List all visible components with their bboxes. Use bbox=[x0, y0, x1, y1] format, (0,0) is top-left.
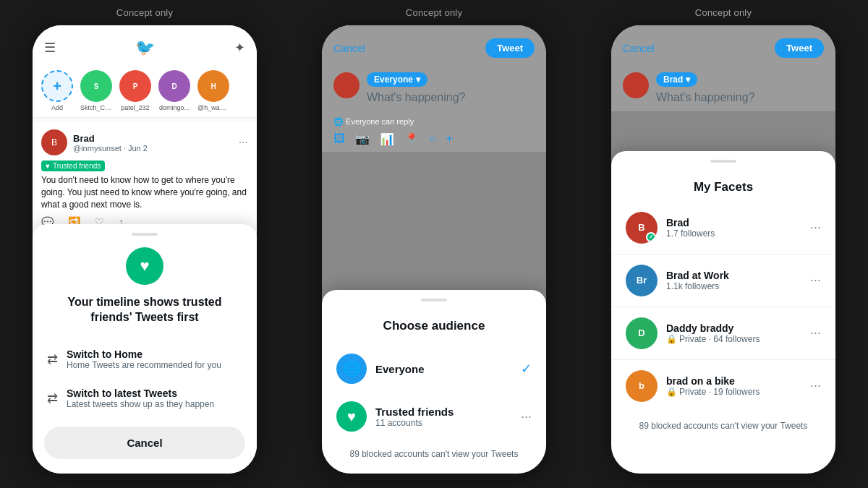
tweet-button[interactable]: Tweet bbox=[485, 38, 535, 58]
heart-circle-icon: ♥ bbox=[336, 401, 367, 432]
everyone-info: Everyone bbox=[375, 363, 512, 375]
switch-home-info: Switch to Home Home Tweets are recommend… bbox=[67, 348, 221, 370]
facet-avatar-daddy: D bbox=[626, 317, 658, 349]
sparkle-icon[interactable]: ✦ bbox=[234, 40, 245, 56]
phone1-background: ☰ 🐦 ✦ + Add S Sktch_Co... P bbox=[33, 25, 257, 474]
cancel-label[interactable]: Cancel bbox=[333, 43, 365, 54]
badge-label: Trusted friends bbox=[53, 162, 101, 170]
sheet-title: Your timeline shows trusted friends' Twe… bbox=[33, 295, 257, 325]
heart-icon: ♥ bbox=[46, 162, 50, 170]
facet-brad-bike[interactable]: b brad on a bike 🔒 Private · 19 follower… bbox=[611, 363, 835, 409]
facet-name-work: Brad at Work bbox=[666, 270, 801, 281]
compose-placeholder[interactable]: What's happening? bbox=[367, 91, 535, 104]
story-avatar-3[interactable]: D bbox=[158, 70, 190, 102]
trusted-friends-info: Trusted friends 11 accounts bbox=[375, 406, 512, 428]
concept-label-2: Concept only bbox=[406, 7, 462, 18]
facet-more-icon-daddy[interactable]: ··· bbox=[810, 325, 821, 341]
story-label-4: @h_wang... bbox=[197, 104, 229, 111]
facet-info-work: Brad at Work 1.1k followers bbox=[666, 270, 801, 291]
tweet-meta: Brad @inmysunset · Jun 2 bbox=[73, 133, 233, 153]
cancel-button[interactable]: Cancel bbox=[44, 427, 245, 459]
twitter-logo: 🐦 bbox=[135, 38, 155, 57]
facet-followers-brad: 1.7 followers bbox=[666, 228, 801, 239]
menu-icon[interactable]: ☰ bbox=[44, 40, 56, 56]
compose-body: Everyone ▾ What's happening? bbox=[322, 65, 546, 111]
trusted-friends-badge: ♥ Trusted friends bbox=[41, 160, 105, 171]
audience-pill[interactable]: Everyone ▾ bbox=[367, 72, 427, 87]
phone2-background: Cancel Tweet Everyone ▾ What's happening… bbox=[322, 25, 546, 474]
choose-audience-title: Choose audience bbox=[322, 313, 546, 345]
gif-icon[interactable]: 📷 bbox=[355, 132, 370, 146]
trusted-friends-label: Trusted friends bbox=[375, 406, 512, 418]
phone1-header: ☰ 🐦 ✦ bbox=[33, 25, 257, 64]
story-avatar-1[interactable]: S bbox=[80, 70, 112, 102]
story-avatar-2[interactable]: P bbox=[119, 70, 151, 102]
story-avatar-4[interactable]: H bbox=[197, 70, 229, 102]
my-facets-sheet: My Facets B ✓ Brad 1.7 followers ··· bbox=[611, 151, 835, 474]
facet-name-daddy: Daddy braddy bbox=[666, 322, 801, 334]
story-add[interactable]: + Add bbox=[41, 70, 73, 111]
everyone-option[interactable]: 🌐 Everyone ✓ bbox=[322, 345, 546, 393]
audience-label: Everyone bbox=[374, 74, 413, 85]
more-icon[interactable]: ··· bbox=[521, 409, 532, 424]
check-icon: ✓ bbox=[521, 361, 532, 377]
tweet-header: B Brad @inmysunset · Jun 2 ··· bbox=[41, 129, 248, 155]
tweet-more-icon[interactable]: ··· bbox=[239, 136, 248, 149]
add-label: Add bbox=[51, 104, 63, 111]
lock-icon-bike: 🔒 bbox=[666, 387, 677, 397]
tweet-avatar: B bbox=[41, 129, 67, 155]
story-2[interactable]: P patel_232 bbox=[119, 70, 151, 111]
switch-latest-title: Switch to latest Tweets bbox=[67, 388, 214, 399]
tweet-card: B Brad @inmysunset · Jun 2 ··· ♥ Trusted… bbox=[33, 122, 257, 236]
concept-label-1: Concept only bbox=[116, 7, 173, 18]
my-facets-title: My Facets bbox=[611, 174, 835, 205]
audience-pill-3[interactable]: Brad ▾ bbox=[656, 72, 697, 87]
lock-icon-daddy: 🔒 bbox=[666, 334, 677, 344]
story-label-2: patel_232 bbox=[121, 104, 150, 111]
facet-avatar-brad: B ✓ bbox=[626, 212, 658, 244]
audience-label-3: Brad bbox=[663, 74, 683, 85]
phone-1: ☰ 🐦 ✦ + Add S Sktch_Co... P bbox=[33, 25, 257, 474]
timeline-bottom-sheet: ♥ Your timeline shows trusted friends' T… bbox=[33, 224, 257, 474]
circle-icon: ○ bbox=[429, 132, 436, 146]
image-icon[interactable]: 🖼 bbox=[333, 132, 345, 146]
facet-avatar-work: Br bbox=[626, 265, 658, 296]
compose-header-3: Cancel Tweet bbox=[611, 25, 835, 65]
switch-home-title: Switch to Home bbox=[67, 348, 221, 360]
sheet-heart-icon: ♥ bbox=[126, 247, 163, 285]
compose-placeholder-3[interactable]: What's happening? bbox=[656, 91, 824, 104]
facet-more-icon-brad[interactable]: ··· bbox=[810, 220, 821, 235]
story-1[interactable]: S Sktch_Co... bbox=[80, 70, 112, 111]
story-4[interactable]: H @h_wang... bbox=[197, 70, 229, 111]
location-icon[interactable]: 📍 bbox=[404, 132, 419, 146]
divider-2 bbox=[611, 307, 835, 307]
add-avatar[interactable]: + bbox=[41, 70, 73, 102]
switch-home-option[interactable]: ⇄ Switch to Home Home Tweets are recomme… bbox=[33, 340, 257, 379]
add-icon[interactable]: + bbox=[446, 132, 453, 146]
trusted-friends-option[interactable]: ♥ Trusted friends 11 accounts ··· bbox=[322, 393, 546, 440]
facet-more-icon-bike[interactable]: ··· bbox=[810, 378, 821, 393]
sheet-handle-3 bbox=[710, 160, 736, 163]
switch-latest-option[interactable]: ⇄ Switch to latest Tweets Latest tweets … bbox=[33, 379, 257, 418]
trusted-friends-sub: 11 accounts bbox=[375, 418, 512, 428]
cancel-label-3[interactable]: Cancel bbox=[623, 43, 655, 54]
compose-avatar bbox=[333, 72, 359, 98]
facet-brad[interactable]: B ✓ Brad 1.7 followers ··· bbox=[611, 205, 835, 251]
compose-right: Everyone ▾ What's happening? bbox=[367, 72, 535, 104]
tweet-button-3[interactable]: Tweet bbox=[775, 38, 824, 58]
facet-daddy-braddy[interactable]: D Daddy braddy 🔒 Private · 64 followers … bbox=[611, 310, 835, 356]
facet-more-icon-work[interactable]: ··· bbox=[810, 273, 821, 288]
compose-avatar-3 bbox=[623, 72, 649, 98]
story-3[interactable]: D domingo... bbox=[158, 70, 190, 111]
chevron-down-icon-3: ▾ bbox=[686, 74, 690, 85]
story-label-3: domingo... bbox=[159, 104, 190, 111]
compose-header: Cancel Tweet bbox=[322, 25, 546, 65]
facet-brad-work[interactable]: Br Brad at Work 1.1k followers ··· bbox=[611, 257, 835, 304]
poll-icon[interactable]: 📊 bbox=[380, 132, 394, 146]
facet-followers-bike: 🔒 Private · 19 followers bbox=[666, 387, 801, 397]
switch-icon-1: ⇄ bbox=[47, 351, 58, 367]
everyone-label: Everyone bbox=[375, 363, 512, 375]
switch-latest-sub: Latest tweets show up as they happen bbox=[67, 399, 214, 409]
switch-latest-info: Switch to latest Tweets Latest tweets sh… bbox=[67, 388, 214, 409]
tweet-handle: @inmysunset · Jun 2 bbox=[73, 144, 233, 153]
